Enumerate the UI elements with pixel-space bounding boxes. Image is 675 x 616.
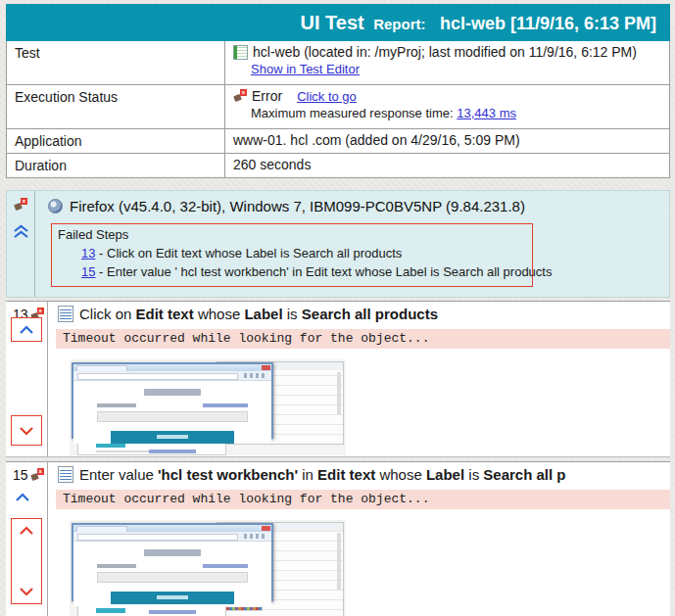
- failed-step-15-desc: - Enter value ' hcl test workbench' in E…: [99, 264, 552, 279]
- title-segment: 'hcl test workbench': [158, 466, 298, 483]
- test-value: hcl-web (located in: /myProj; last modif…: [253, 44, 637, 60]
- thumbnail-help-link: [149, 450, 196, 453]
- thumbnail-search-field: [97, 411, 248, 422]
- step-document-icon: [58, 306, 73, 322]
- title-segment: Edit text: [136, 306, 194, 322]
- execution-status-value: Error: [252, 88, 282, 104]
- step-15-next-icon: [19, 587, 34, 596]
- thumbnail-signin-page: [73, 549, 271, 606]
- report-page: UI Test Report: hcl-web [11/9/16, 6:13 P…: [6, 4, 670, 616]
- test-label: Test: [7, 41, 225, 84]
- summary-table: Test hcl-web (located in: /myProj; last …: [6, 41, 670, 178]
- thumbnail-url-bar: [77, 373, 238, 380]
- failed-step-item: 13 - Click on Edit text whose Label is S…: [81, 246, 526, 261]
- step-15-main: Enter value 'hcl test workbench' in Edit…: [48, 462, 670, 616]
- step-13-next-button[interactable]: [11, 415, 42, 446]
- thumbnail-signin-button: [111, 592, 234, 604]
- step-13-screenshot-thumbnail[interactable]: [70, 359, 346, 455]
- report-header: UI Test Report: hcl-web [11/9/16, 6:13 P…: [6, 4, 670, 41]
- environment-gutter: [7, 191, 35, 297]
- thumbnail-signin-button: [111, 431, 234, 444]
- browser-globe-icon: [48, 199, 63, 213]
- application-value: www-01. hcl .com (added on 4/29/16, 5:09…: [225, 129, 669, 153]
- table-row-duration: Duration 260 seconds: [7, 153, 669, 177]
- thumbnail-close-button: [262, 526, 270, 531]
- step-13-timeout-message: Timeout occurred while looking for the o…: [56, 329, 670, 349]
- step-15-title: Enter value 'hcl test workbench' in Edit…: [56, 466, 670, 483]
- failed-step-15-link[interactable]: 15: [81, 264, 95, 279]
- title-segment: Search all products: [302, 306, 438, 322]
- step-15-timeout-message: Timeout occurred while looking for the o…: [56, 490, 670, 509]
- title-segment: Edit text: [317, 466, 375, 483]
- step-15-collapse-icon[interactable]: [15, 489, 30, 506]
- title-segment: Label: [426, 466, 464, 483]
- title-segment: in: [298, 466, 317, 483]
- table-row-test: Test hcl-web (located in: /myProj; last …: [7, 41, 669, 84]
- environment-section: Firefox (v45.4.0, 32-bit), Windows 7, IB…: [6, 190, 670, 298]
- step-13-section: 13 Click on Edit text whose Label is Sea…: [6, 301, 670, 457]
- thumbnail-toolbar-buttons: [244, 373, 267, 378]
- environment-main: Firefox (v45.4.0, 32-bit), Windows 7, IB…: [35, 191, 669, 297]
- step-13-main: Click on Edit text whose Label is Search…: [48, 302, 670, 456]
- application-label: Application: [7, 129, 225, 153]
- environment-error-icon: [14, 198, 27, 212]
- step-15-number: 15: [13, 467, 28, 483]
- thumbnail-search-field: [97, 572, 248, 583]
- test-value-cell: hcl-web (located in: /myProj; last modif…: [225, 41, 669, 84]
- report-title-main: UI Test: [300, 12, 363, 33]
- step-15-gutter: 15: [6, 462, 48, 616]
- title-segment: whose: [194, 306, 245, 322]
- failed-step-item: 15 - Enter value ' hcl test workbench' i…: [81, 264, 526, 279]
- duration-value: 260 seconds: [225, 154, 669, 177]
- collapse-all-icon[interactable]: [13, 224, 29, 243]
- table-row-execution-status: Execution Status Error Click to go Maxim…: [7, 84, 669, 128]
- execution-status-cell: Error Click to go Maximum measured respo…: [225, 85, 669, 128]
- report-title-label: Report:: [373, 16, 425, 32]
- thumbnail-toolbar-buttons: [244, 534, 267, 539]
- title-segment: Label: [244, 306, 282, 322]
- error-status-icon: [233, 89, 247, 103]
- thumbnail-browser-window: [72, 523, 273, 601]
- table-row-application: Application www-01. hcl .com (added on 4…: [7, 128, 669, 153]
- thumbnail-browser-window: [72, 362, 273, 439]
- step-document-icon: [58, 466, 73, 483]
- environment-title: Firefox (v45.4.0, 32-bit), Windows 7, IB…: [70, 198, 525, 214]
- title-segment: Click on: [79, 306, 136, 322]
- thumbnail-close-button: [262, 365, 270, 370]
- click-to-go-link[interactable]: Click to go: [297, 89, 357, 104]
- title-segment: is: [464, 466, 483, 483]
- execution-status-label: Execution Status: [7, 85, 225, 128]
- response-time-label: Maximum measured response time:: [251, 106, 454, 120]
- step-13-prev-button[interactable]: [11, 317, 42, 342]
- thumbnail-help-link: [149, 610, 196, 614]
- step-15-section: 15 Enter value 'hcl test workbench' in E…: [6, 461, 670, 616]
- step-15-error-icon: [30, 468, 44, 482]
- title-segment: Search all p: [483, 466, 565, 483]
- duration-label: Duration: [7, 154, 225, 177]
- failed-step-13-link[interactable]: 13: [81, 246, 95, 261]
- failed-steps-box: Failed Steps 13 - Click on Edit text who…: [51, 223, 533, 287]
- response-time-link[interactable]: 13,443 ms: [457, 106, 516, 120]
- failed-steps-heading: Failed Steps: [58, 227, 526, 242]
- title-segment: is: [283, 306, 302, 322]
- title-segment: Enter value: [79, 466, 158, 483]
- step-13-title: Click on Edit text whose Label is Search…: [56, 306, 670, 322]
- step-15-screenshot-thumbnail[interactable]: [70, 520, 346, 616]
- step-13-gutter: 13: [6, 302, 48, 456]
- step-15-nav-box[interactable]: [11, 518, 42, 604]
- title-segment: whose: [375, 466, 426, 483]
- report-title-value: hcl-web [11/9/16, 6:13 PM]: [440, 14, 656, 33]
- failed-step-13-desc: - Click on Edit text whose Label is Sear…: [99, 246, 402, 261]
- step-15-prev-icon: [19, 526, 34, 536]
- thumbnail-signin-page: [73, 389, 271, 444]
- report-title: UI Test Report: hcl-web [11/9/16, 6:13 P…: [300, 12, 656, 34]
- thumbnail-url-bar: [77, 534, 238, 541]
- thumbnail-signin-heading: [144, 389, 201, 396]
- test-script-icon: [233, 45, 248, 60]
- thumbnail-signin-heading: [144, 549, 201, 556]
- show-in-test-editor-link[interactable]: Show in Test Editor: [251, 62, 360, 76]
